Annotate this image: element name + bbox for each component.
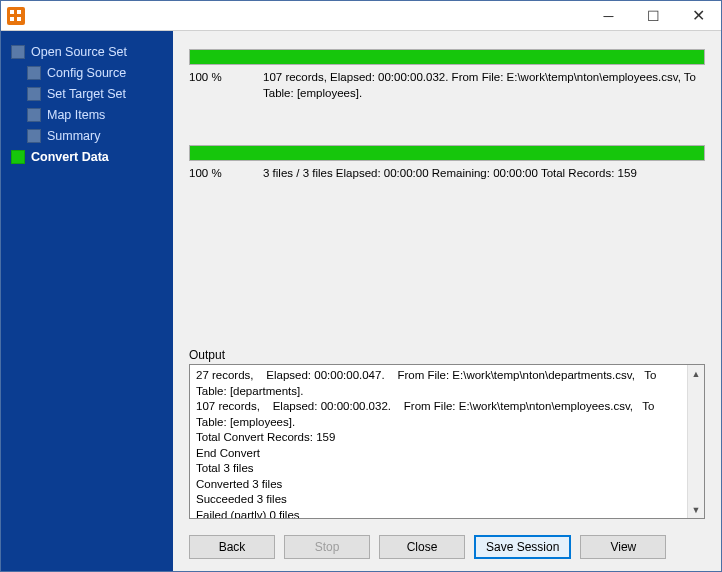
output-text[interactable]: 27 records, Elapsed: 00:00:00.047. From … [190,365,704,519]
scrollbar[interactable]: ▲ ▼ [687,365,704,518]
sidebar-item-config-source[interactable]: Config Source [7,66,167,80]
step-icon [27,108,41,122]
wizard-sidebar: Open Source Set Config Source Set Target… [1,31,173,571]
scroll-down-icon[interactable]: ▼ [688,501,704,518]
sidebar-item-label: Convert Data [31,150,109,164]
button-row: Back Stop Close Save Session View [173,529,721,571]
file-progress-details: 107 records, Elapsed: 00:00:00.032. From… [263,70,705,101]
body: Open Source Set Config Source Set Target… [1,31,721,571]
sidebar-item-set-target-set[interactable]: Set Target Set [7,87,167,101]
close-button[interactable]: Close [379,535,465,559]
file-progress-bar [189,49,705,65]
file-progress-row: 100 % 107 records, Elapsed: 00:00:00.032… [189,65,705,101]
overall-progress-details: 3 files / 3 files Elapsed: 00:00:00 Rema… [263,166,705,182]
sidebar-item-label: Map Items [47,108,105,122]
maximize-button[interactable]: ☐ [631,1,676,31]
close-window-button[interactable]: ✕ [676,1,721,31]
step-icon [11,150,25,164]
step-icon [11,45,25,59]
output-box: 27 records, Elapsed: 00:00:00.047. From … [189,364,705,519]
sidebar-item-convert-data[interactable]: Convert Data [7,150,167,164]
file-progress-percent: 100 % [189,70,249,101]
sidebar-item-label: Set Target Set [47,87,126,101]
step-icon [27,66,41,80]
sidebar-item-open-source-set[interactable]: Open Source Set [7,45,167,59]
minimize-button[interactable]: ─ [586,1,631,31]
overall-progress-row: 100 % 3 files / 3 files Elapsed: 00:00:0… [189,161,705,182]
sidebar-item-label: Open Source Set [31,45,127,59]
sidebar-item-label: Config Source [47,66,126,80]
save-session-button[interactable]: Save Session [474,535,571,559]
app-window: ─ ☐ ✕ Open Source Set Config Source Set … [0,0,722,572]
sidebar-item-summary[interactable]: Summary [7,129,167,143]
progress-area: 100 % 107 records, Elapsed: 00:00:00.032… [173,31,721,190]
step-icon [27,87,41,101]
back-button[interactable]: Back [189,535,275,559]
sidebar-item-label: Summary [47,129,100,143]
titlebar: ─ ☐ ✕ [1,1,721,31]
main-panel: 100 % 107 records, Elapsed: 00:00:00.032… [173,31,721,571]
sidebar-item-map-items[interactable]: Map Items [7,108,167,122]
step-icon [27,129,41,143]
output-label: Output [173,348,721,364]
app-icon [7,7,25,25]
overall-progress-percent: 100 % [189,166,249,182]
view-button[interactable]: View [580,535,666,559]
overall-progress-bar [189,145,705,161]
scroll-up-icon[interactable]: ▲ [688,365,704,382]
stop-button[interactable]: Stop [284,535,370,559]
